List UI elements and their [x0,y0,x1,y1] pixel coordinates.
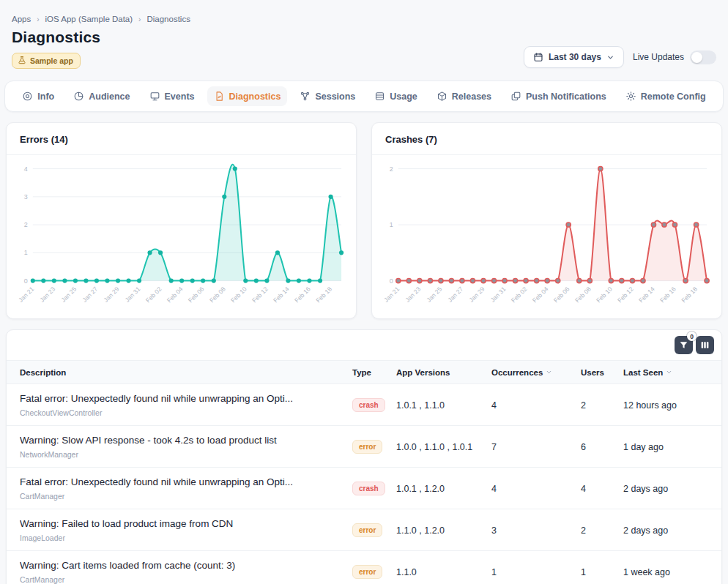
row-users: 1 [581,567,586,577]
table-body: Fatal error: Unexpectedly found nil whil… [7,384,721,584]
row-app-versions: 1.0.0 , 1.1.0 , 1.0.1 [396,442,472,452]
type-badge: error [352,565,382,579]
flask-icon [18,56,26,66]
svg-text:Feb 14: Feb 14 [637,285,656,304]
calendar-icon [533,52,543,62]
columns-button[interactable] [696,336,714,354]
tab-sessions[interactable]: Sessions [293,86,362,106]
crashes-chart-card: Crashes (7) 012Jan 21Jan 23Jan 25Jan 27J… [371,122,722,319]
col-header-description: Description [20,368,352,377]
svg-text:Feb 12: Feb 12 [616,285,635,304]
svg-text:Feb 18: Feb 18 [680,285,699,304]
col-header-last-seen[interactable]: Last Seen [623,368,708,377]
svg-text:Jan 29: Jan 29 [102,285,120,304]
sessions-nodes-icon [300,91,311,102]
row-source: CheckoutViewController [20,408,343,417]
filter-funnel-icon [679,340,688,350]
svg-text:Feb 12: Feb 12 [250,285,270,304]
row-description: Warning: Slow API response - took 4.2s t… [20,435,343,446]
tab-label: Info [37,91,54,102]
svg-text:Feb 08: Feb 08 [573,285,593,304]
tab-push-notifications[interactable]: Push Notifications [504,86,613,106]
breadcrumb-item[interactable]: Apps [12,15,31,23]
live-updates-toggle[interactable] [690,50,716,64]
columns-icon [700,340,710,350]
row-users: 6 [581,442,586,452]
col-header-label: App Versions [396,368,450,377]
row-app-versions: 1.1.0 , 1.2.0 [396,525,445,536]
svg-text:Jan 25: Jan 25 [59,285,78,304]
row-occurrences: 1 [491,567,497,577]
svg-text:4: 4 [24,165,28,173]
diagnostics-table-card: 0 DescriptionTypeApp VersionsOccurrences… [6,329,722,584]
info-icon [22,91,33,102]
row-app-versions: 1.0.1 , 1.1.0 [396,400,445,411]
tab-remote-config[interactable]: Remote Config [619,86,713,106]
svg-text:Feb 10: Feb 10 [229,285,248,304]
row-description: Warning: Failed to load product image fr… [20,518,343,529]
date-range-label: Last 30 days [549,52,601,62]
table-row[interactable]: Warning: Failed to load product image fr… [7,509,721,551]
svg-text:3: 3 [24,193,28,201]
row-users: 2 [581,525,586,536]
svg-text:Jan 31: Jan 31 [123,285,141,304]
tab-usage[interactable]: Usage [368,86,424,106]
svg-text:2: 2 [24,221,28,228]
table-row[interactable]: Fatal error: Unexpectedly found nil whil… [7,384,721,426]
svg-text:Jan 23: Jan 23 [404,285,422,304]
col-header-occurrences[interactable]: Occurrences [491,368,581,377]
svg-text:Jan 23: Jan 23 [38,285,56,304]
svg-text:Feb 16: Feb 16 [293,285,312,304]
breadcrumb-item[interactable]: Diagnostics [146,15,190,23]
crashes-chart: 012Jan 21Jan 23Jan 25Jan 27Jan 29Jan 31F… [372,155,721,315]
crashes-chart-title: Crashes (7) [372,123,721,154]
svg-text:Feb 10: Feb 10 [595,285,614,304]
chevron-down-icon [606,53,614,61]
tab-label: Push Notifications [526,91,606,102]
row-app-versions: 1.1.0 [396,567,417,577]
tab-audience[interactable]: Audience [67,86,136,106]
svg-text:Feb 02: Feb 02 [144,285,163,304]
sample-app-badge: Sample app [12,53,81,69]
row-description: Warning: Cart items loaded from cache (c… [20,560,343,571]
row-last-seen: 2 days ago [623,484,668,494]
col-header-app-versions: App Versions [396,368,491,377]
svg-text:Feb 18: Feb 18 [314,285,333,304]
breadcrumb: Apps›iOS App (Sample Data)›Diagnostics [12,15,716,23]
type-badge: error [352,440,382,454]
row-source: CartManager [20,492,343,501]
tab-bar: InfoAudienceEventsDiagnosticsSessionsUsa… [4,81,723,112]
breadcrumb-item[interactable]: iOS App (Sample Data) [45,15,133,23]
table-row[interactable]: Fatal error: Unexpectedly found nil whil… [7,468,721,509]
sort-chevron-icon [546,369,552,375]
table-row[interactable]: Warning: Cart items loaded from cache (c… [7,551,721,584]
tab-events[interactable]: Events [143,86,201,106]
svg-text:Feb 02: Feb 02 [510,285,529,304]
svg-text:2: 2 [390,165,393,173]
tab-label: Sessions [315,91,355,102]
svg-text:Jan 25: Jan 25 [425,285,443,304]
col-header-label: Users [581,368,604,377]
charts-row: Errors (14) 01234Jan 21Jan 23Jan 25Jan 2… [6,122,722,319]
row-app-versions: 1.0.1 , 1.2.0 [396,484,445,494]
type-badge: crash [352,482,385,495]
page-title: Diagnostics [12,29,716,46]
tab-label: Audience [89,91,130,102]
tab-info[interactable]: Info [15,86,61,106]
col-header-label: Type [352,368,371,377]
svg-text:Feb 04: Feb 04 [531,285,550,304]
tab-diagnostics[interactable]: Diagnostics [207,86,288,106]
svg-text:Feb 06: Feb 06 [552,285,571,304]
tab-releases[interactable]: Releases [430,86,498,106]
filter-button[interactable]: 0 [675,336,693,354]
audience-pie-icon [73,91,84,102]
svg-text:Jan 27: Jan 27 [446,285,464,304]
sample-app-badge-label: Sample app [30,56,73,65]
row-description: Fatal error: Unexpectedly found nil whil… [20,476,343,487]
row-source: NetworkManager [20,450,343,459]
svg-text:1: 1 [24,249,28,256]
row-source: CartManager [20,575,343,584]
date-range-button[interactable]: Last 30 days [524,46,624,68]
table-row[interactable]: Warning: Slow API response - took 4.2s t… [7,426,721,468]
svg-text:Jan 29: Jan 29 [467,285,486,304]
